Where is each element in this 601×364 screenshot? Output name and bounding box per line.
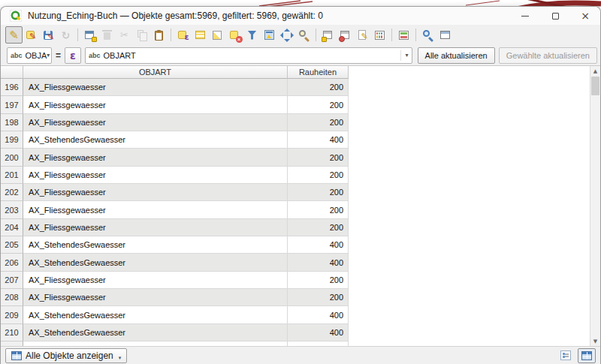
zoom-to-selection-button[interactable] <box>295 26 313 44</box>
row-number-cell[interactable]: 210 <box>1 324 23 341</box>
row-number-cell[interactable]: 199 <box>1 131 23 149</box>
save-edits-button[interactable]: ✎ <box>40 26 57 44</box>
select-all-button[interactable] <box>192 26 209 44</box>
scroll-down-arrow-icon[interactable]: ▼ <box>590 336 600 346</box>
toggle-multiedit-button[interactable]: ✎ <box>23 26 40 44</box>
objart-cell[interactable]: AX_Fliessgewaesser <box>23 149 288 166</box>
pan-to-selection-button[interactable] <box>278 26 295 44</box>
table-row: 210AX_StehendesGewaesser400 <box>1 324 590 341</box>
row-filler <box>349 79 590 96</box>
column-header-objart[interactable]: OBJART <box>23 66 288 79</box>
row-number-cell[interactable]: 207 <box>1 272 23 289</box>
select-by-expression-button[interactable]: ε <box>174 26 192 44</box>
objart-cell[interactable]: AX_Fliessgewaesser <box>23 184 288 201</box>
close-button[interactable]: × <box>570 7 600 25</box>
delete-field-button[interactable] <box>337 26 354 44</box>
reload-table-button[interactable]: ↻ <box>57 26 74 44</box>
form-view-button[interactable] <box>557 348 575 363</box>
column-header-rauheiten[interactable]: Rauheiten <box>288 66 349 79</box>
filter-by-form-button[interactable] <box>243 26 261 44</box>
row-number-cell[interactable]: 208 <box>1 289 23 306</box>
invert-selection-button[interactable] <box>209 26 226 44</box>
row-number-cell[interactable]: 196 <box>1 79 23 96</box>
cut-features-button[interactable]: ✂ <box>116 26 133 44</box>
toolbar-separator <box>77 29 78 41</box>
objart-cell[interactable]: AX_Fliessgewaesser <box>23 96 288 113</box>
move-selection-to-top-button[interactable] <box>261 26 278 44</box>
objart-cell[interactable]: AX_Fliessgewaesser <box>23 114 288 131</box>
expression-builder-button[interactable]: ε <box>65 47 81 64</box>
objart-cell[interactable]: AX_StehendesGewaesser <box>23 236 288 254</box>
row-number-cell[interactable]: 200 <box>1 149 23 166</box>
field-calculator-button[interactable] <box>371 26 388 44</box>
dock-attribute-table-button[interactable] <box>436 26 454 44</box>
window-title: Nutzung_Eching-Buch — Objekte gesamt:596… <box>28 11 323 21</box>
row-number-cell[interactable]: 202 <box>1 184 23 201</box>
copy-features-button[interactable] <box>133 26 150 44</box>
table-row: 208AX_Fliessgewaesser200 <box>1 289 590 306</box>
objart-cell[interactable]: AX_StehendesGewaesser <box>23 254 288 271</box>
update-all-button[interactable]: Alle aktualisieren <box>418 47 495 64</box>
delete-field-icon <box>339 29 352 42</box>
expression-input[interactable]: abc OBJART ▾ <box>85 47 412 64</box>
add-feature-button[interactable] <box>81 26 98 44</box>
row-number-cell[interactable]: 209 <box>1 306 23 323</box>
rauheiten-cell[interactable]: 400 <box>288 306 349 323</box>
rauheiten-cell[interactable]: 400 <box>288 254 349 271</box>
deselect-all-button[interactable]: × <box>226 26 243 44</box>
rauheiten-cell[interactable]: 200 <box>288 79 349 96</box>
minimize-button[interactable] <box>510 7 540 25</box>
vertical-scrollbar[interactable]: ▲ ▼ <box>590 66 600 346</box>
row-number-header[interactable] <box>1 66 23 79</box>
objart-cell[interactable]: AX_StehendesGewaesser <box>23 131 288 149</box>
rauheiten-cell[interactable]: 200 <box>288 201 349 218</box>
row-filler <box>349 114 590 131</box>
objart-cell[interactable]: AX_Fliessgewaesser <box>23 79 288 96</box>
toolbar-separator <box>316 29 316 41</box>
objart-cell[interactable]: AX_Fliessgewaesser <box>23 201 288 218</box>
rauheiten-cell[interactable]: 200 <box>288 167 349 184</box>
pencil-icon: ✎ <box>8 29 21 42</box>
row-number-cell[interactable]: 203 <box>1 201 23 218</box>
table-row: 199AX_StehendesGewaesser400 <box>1 131 590 149</box>
objart-cell[interactable]: AX_StehendesGewaesser <box>23 306 288 323</box>
new-field-button[interactable] <box>319 26 337 44</box>
row-number-cell[interactable]: 205 <box>1 236 23 254</box>
conditional-formatting-button[interactable] <box>395 26 412 44</box>
scrollbar-thumb[interactable] <box>591 77 599 95</box>
objart-cell[interactable]: AX_StehendesGewaesser <box>23 324 288 341</box>
row-number-cell[interactable]: 204 <box>1 219 23 236</box>
row-number-cell[interactable]: 197 <box>1 96 23 113</box>
objart-cell[interactable]: AX_Fliessgewaesser <box>23 167 288 184</box>
rauheiten-cell[interactable]: 200 <box>288 289 349 306</box>
rauheiten-cell[interactable]: 200 <box>288 272 349 289</box>
row-number-cell[interactable]: 198 <box>1 114 23 131</box>
delete-selected-button[interactable] <box>98 26 116 44</box>
rauheiten-cell[interactable]: 400 <box>288 236 349 254</box>
rauheiten-cell[interactable]: 400 <box>288 131 349 149</box>
rauheiten-cell[interactable]: 200 <box>288 96 349 113</box>
objart-cell[interactable]: AX_Fliessgewaesser <box>23 289 288 306</box>
table-view-button[interactable] <box>578 348 596 363</box>
form-view-icon <box>560 350 571 360</box>
maximize-button[interactable] <box>540 7 570 25</box>
objart-cell[interactable]: AX_Fliessgewaesser <box>23 219 288 236</box>
scroll-up-arrow-icon[interactable]: ▲ <box>590 66 600 76</box>
show-all-features-button[interactable]: Alle Objekte anzeigen ▾ <box>5 348 127 363</box>
objart-cell[interactable]: AX_Fliessgewaesser <box>23 272 288 289</box>
row-filler <box>349 254 590 271</box>
rauheiten-cell[interactable]: 200 <box>288 114 349 131</box>
rauheiten-cell[interactable]: 200 <box>288 219 349 236</box>
field-selector-combo[interactable]: abc OBJA ▾ <box>7 47 52 64</box>
row-number-cell[interactable]: 206 <box>1 254 23 271</box>
rauheiten-cell[interactable]: 400 <box>288 324 349 341</box>
edit-field-button[interactable]: ✎ <box>354 26 371 44</box>
search-features-button[interactable] <box>419 26 436 44</box>
toolbar-separator <box>415 29 416 41</box>
rauheiten-cell[interactable]: 200 <box>288 184 349 201</box>
row-number-cell[interactable]: 201 <box>1 167 23 184</box>
rauheiten-cell[interactable]: 200 <box>288 149 349 166</box>
toggle-editing-button[interactable]: ✎ <box>5 26 23 44</box>
paste-features-button[interactable] <box>150 26 168 44</box>
table-row: 205AX_StehendesGewaesser400 <box>1 236 590 254</box>
